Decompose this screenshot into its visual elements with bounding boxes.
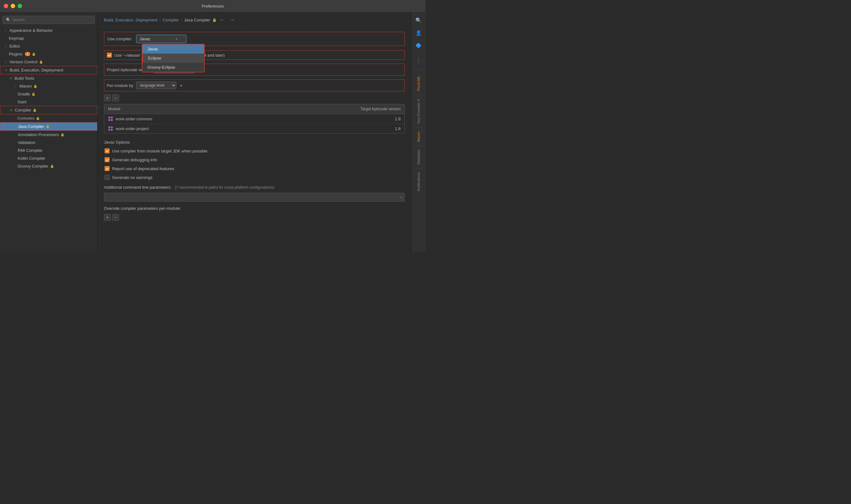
override-remove-button[interactable]: − (112, 214, 119, 221)
minimize-button[interactable] (11, 4, 15, 8)
sidebar-item-label: Kotlin Compiler (18, 156, 46, 161)
col-version: Target bytecode version (341, 104, 404, 114)
sidebar-item-label: Maven (20, 84, 32, 89)
dropdown-option-eclipse[interactable]: Eclipse (142, 54, 204, 63)
lock-icon: 🔒 (31, 92, 36, 96)
sidebar-item-plugins[interactable]: Plugins 1 🔒 (0, 50, 97, 58)
sidebar-item-version-control[interactable]: › Version Control 🔒 (0, 58, 97, 66)
module-icon (108, 116, 113, 121)
sidebar-item-label: Annotation Processors (18, 132, 59, 137)
override-add-remove-row: + − (104, 214, 405, 221)
sidebar-item-validation[interactable]: Validation (0, 139, 97, 146)
table-row[interactable]: work-order-project 1.8 (104, 124, 404, 133)
sidebar-item-maven[interactable]: › Maven 🔒 (0, 82, 97, 90)
maven-panel-label[interactable]: Maven (417, 129, 420, 144)
table-header: Module Target bytecode version (104, 104, 404, 114)
sidebar-item-java-compiler[interactable]: Java Compiler 🔒 (0, 122, 97, 131)
sidebar-item-gant[interactable]: Gant (0, 98, 97, 106)
sidebar-item-annotation-processors[interactable]: Annotation Processors 🔒 (0, 131, 97, 139)
separator (414, 95, 423, 95)
close-button[interactable] (4, 4, 8, 8)
sidebar-item-label: RMI Compiler (18, 148, 42, 153)
sidebar-item-label: Keymap (9, 36, 24, 41)
arrow-icon: › (5, 60, 8, 64)
window-title: Preferences (202, 4, 223, 8)
sidebar-item-compiler[interactable]: ▾ Compiler 🔒 (0, 106, 97, 114)
dropdown-option-javac[interactable]: Javac (142, 44, 204, 54)
database-panel-label[interactable]: Database (417, 147, 420, 167)
sidebar-item-excludes[interactable]: Excludes 🔒 (0, 114, 97, 122)
per-module-dropdown-icon: ▾ (180, 83, 182, 88)
sidebar-item-build-exec-deploy[interactable]: ▾ Build, Execution, Deployment (0, 66, 97, 74)
content-header: Build, Execution, Deployment › Compiler … (98, 12, 411, 27)
generate-debugging-checkbox[interactable] (105, 157, 110, 162)
module-version: 1.8 (338, 126, 401, 131)
cmd-input-wrapper: ⤡ (104, 193, 405, 202)
share-button[interactable]: 🔷 (414, 40, 423, 50)
cmd-params-hint: ('/' recommended in paths for cross-plat… (175, 185, 274, 190)
javac-option-3: Generate no warnings (104, 175, 405, 180)
breadcrumb-part-3: Java Compiler (184, 18, 211, 22)
svg-rect-1 (111, 116, 113, 119)
breadcrumb-lock-icon: 🔒 (212, 18, 217, 22)
breadcrumb-sep-2: › (181, 18, 182, 22)
sidebar-item-kotlin-compiler[interactable]: Kotlin Compiler (0, 154, 97, 162)
arrow-icon: › (15, 85, 18, 88)
override-section: Override compiler parameters per-module:… (104, 206, 405, 221)
override-add-button[interactable]: + (104, 214, 111, 221)
sidebar-item-label: Plugins (9, 52, 22, 56)
maximize-button[interactable] (18, 4, 22, 8)
per-module-select[interactable]: language level (136, 82, 176, 89)
sidebar-item-groovy-compiler[interactable]: Groovy Compiler 🔒 (0, 162, 97, 170)
lock-icon: 🔒 (50, 164, 54, 168)
arrow-icon: ▾ (5, 68, 8, 72)
compiler-dropdown[interactable]: Javac ▾ (136, 35, 186, 43)
content-body: Use compiler: Javac ▾ Javac Eclipse Groo… (98, 27, 411, 252)
add-button[interactable]: + (104, 94, 111, 102)
sidebar-item-label: Build, Execution, Deployment (10, 68, 63, 72)
plugins-badge: 1 (25, 52, 31, 56)
sidebar-item-label: Build Tools (15, 76, 34, 80)
sidebar-item-gradle[interactable]: Gradle 🔒 (0, 90, 97, 98)
arrow-icon: ▾ (11, 108, 14, 112)
javac-options-section: Javac Options Use compiler from module t… (104, 140, 405, 180)
sidebar-item-label: Appearance & Behavior (10, 28, 53, 33)
report-deprecated-checkbox[interactable] (105, 166, 110, 171)
more-options-button[interactable]: ⋮ (414, 55, 423, 66)
search-input[interactable] (13, 18, 91, 22)
sidebar-item-editor[interactable]: › Editor (0, 42, 97, 50)
nav-back-button[interactable]: ← (219, 16, 226, 23)
compiler-dropdown-menu: Javac Eclipse Groovy-Eclipse (142, 44, 205, 72)
search-bar[interactable]: 🔍 (2, 16, 95, 24)
dropdown-option-groovy-eclipse[interactable]: Groovy-Eclipse (142, 63, 204, 72)
user-button[interactable]: 👤 (414, 28, 423, 38)
table-row[interactable]: work-order-common 1.8 (104, 114, 404, 124)
sidebar-item-label: Gradle (18, 92, 30, 96)
titlebar: Preferences (0, 0, 426, 12)
svg-rect-5 (111, 126, 113, 128)
sidebar-item-rmi-compiler[interactable]: RMI Compiler (0, 146, 97, 154)
use-compiler-jdk-checkbox[interactable] (105, 148, 110, 154)
report-deprecated-label: Report use of deprecated features (112, 166, 174, 171)
sidebar-item-build-tools[interactable]: ▾ Build Tools (0, 74, 97, 82)
sidebar-item-appearance[interactable]: › Appearance & Behavior (0, 26, 97, 34)
notifications-panel-label[interactable]: Notifications (417, 170, 420, 194)
svg-rect-0 (108, 116, 110, 119)
generate-no-warnings-checkbox[interactable] (105, 175, 110, 180)
cmd-params-input[interactable] (104, 193, 405, 202)
use-release-checkbox[interactable] (107, 53, 112, 58)
remove-button[interactable]: − (112, 94, 119, 102)
add-remove-row: + − (104, 94, 405, 102)
plantuml-panel-label[interactable]: PlantUML (417, 73, 420, 93)
modules-table: Module Target bytecode version work-orde… (104, 104, 405, 133)
sidebar-item-keymap[interactable]: Keymap (0, 34, 97, 42)
nav-forward-button[interactable]: → (229, 16, 236, 23)
separator (414, 127, 423, 128)
breadcrumb-part-1[interactable]: Build, Execution, Deployment (104, 18, 158, 22)
breadcrumb-part-2[interactable]: Compiler (163, 18, 179, 22)
separator (414, 69, 423, 70)
search-button[interactable]: 🔍 (414, 15, 423, 25)
arrow-icon: ▾ (10, 76, 13, 80)
lock-icon: 🔒 (46, 124, 50, 129)
key-promoter-panel-label[interactable]: Key Promoter X (417, 96, 420, 126)
